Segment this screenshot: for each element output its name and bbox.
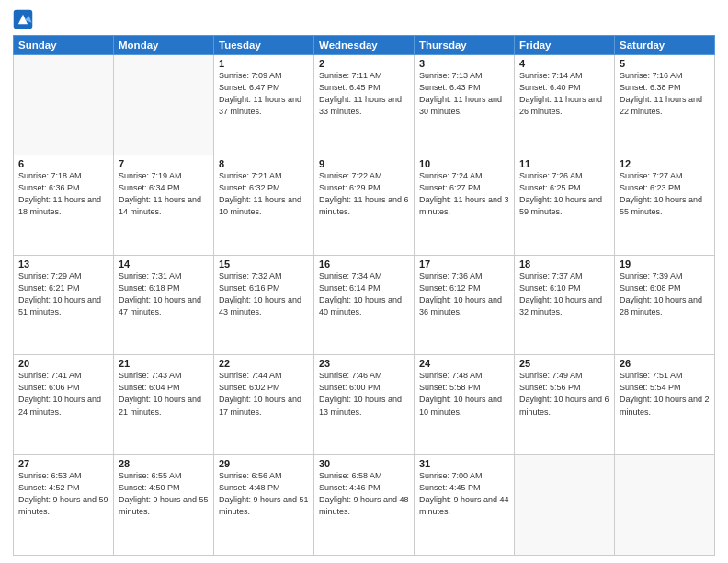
calendar-cell: 17Sunrise: 7:36 AM Sunset: 6:12 PM Dayli…	[415, 255, 515, 355]
calendar-cell: 3Sunrise: 7:13 AM Sunset: 6:43 PM Daylig…	[415, 55, 515, 155]
weekday-friday: Friday	[515, 36, 615, 55]
weekday-header-row: SundayMondayTuesdayWednesdayThursdayFrid…	[14, 36, 715, 55]
calendar-week-1: 6Sunrise: 7:18 AM Sunset: 6:36 PM Daylig…	[14, 155, 715, 255]
calendar-cell: 24Sunrise: 7:48 AM Sunset: 5:58 PM Dayli…	[415, 355, 515, 455]
calendar-cell: 21Sunrise: 7:43 AM Sunset: 6:04 PM Dayli…	[114, 355, 214, 455]
day-detail: Sunrise: 7:37 AM Sunset: 6:10 PM Dayligh…	[519, 270, 609, 318]
calendar-header: SundayMondayTuesdayWednesdayThursdayFrid…	[14, 36, 715, 55]
day-number: 5	[620, 58, 710, 69]
logo-icon	[13, 9, 33, 29]
day-detail: Sunrise: 7:34 AM Sunset: 6:14 PM Dayligh…	[319, 270, 409, 318]
day-number: 31	[419, 458, 509, 469]
calendar-cell: 8Sunrise: 7:21 AM Sunset: 6:32 PM Daylig…	[214, 155, 314, 255]
day-detail: Sunrise: 7:51 AM Sunset: 5:54 PM Dayligh…	[620, 370, 710, 418]
calendar-cell: 10Sunrise: 7:24 AM Sunset: 6:27 PM Dayli…	[415, 155, 515, 255]
weekday-monday: Monday	[114, 36, 214, 55]
day-detail: Sunrise: 7:32 AM Sunset: 6:16 PM Dayligh…	[219, 270, 309, 318]
day-number: 29	[219, 458, 309, 469]
day-detail: Sunrise: 6:53 AM Sunset: 4:52 PM Dayligh…	[18, 470, 108, 518]
day-detail: Sunrise: 7:13 AM Sunset: 6:43 PM Dayligh…	[419, 70, 509, 118]
day-number: 14	[119, 259, 209, 270]
day-detail: Sunrise: 7:09 AM Sunset: 6:47 PM Dayligh…	[219, 70, 309, 118]
day-number: 2	[319, 58, 409, 69]
logo	[13, 9, 35, 29]
calendar-week-0: 1Sunrise: 7:09 AM Sunset: 6:47 PM Daylig…	[14, 55, 715, 155]
day-number: 18	[519, 259, 609, 270]
page-header	[13, 9, 715, 29]
day-number: 13	[18, 259, 108, 270]
calendar-cell: 5Sunrise: 7:16 AM Sunset: 6:38 PM Daylig…	[615, 55, 715, 155]
calendar-cell	[515, 455, 615, 556]
day-number: 8	[219, 158, 309, 169]
day-detail: Sunrise: 7:29 AM Sunset: 6:21 PM Dayligh…	[18, 270, 108, 318]
day-detail: Sunrise: 7:31 AM Sunset: 6:18 PM Dayligh…	[119, 270, 209, 318]
calendar-cell: 4Sunrise: 7:14 AM Sunset: 6:40 PM Daylig…	[515, 55, 615, 155]
calendar-cell: 6Sunrise: 7:18 AM Sunset: 6:36 PM Daylig…	[14, 155, 114, 255]
day-number: 30	[319, 458, 409, 469]
day-detail: Sunrise: 7:21 AM Sunset: 6:32 PM Dayligh…	[219, 170, 309, 218]
calendar-cell: 22Sunrise: 7:44 AM Sunset: 6:02 PM Dayli…	[214, 355, 314, 455]
calendar-cell: 9Sunrise: 7:22 AM Sunset: 6:29 PM Daylig…	[314, 155, 415, 255]
day-number: 28	[119, 458, 209, 469]
calendar-cell: 19Sunrise: 7:39 AM Sunset: 6:08 PM Dayli…	[615, 255, 715, 355]
day-number: 7	[119, 158, 209, 169]
day-detail: Sunrise: 7:19 AM Sunset: 6:34 PM Dayligh…	[119, 170, 209, 218]
calendar-cell: 27Sunrise: 6:53 AM Sunset: 4:52 PM Dayli…	[14, 455, 114, 556]
calendar-cell: 29Sunrise: 6:56 AM Sunset: 4:48 PM Dayli…	[214, 455, 314, 556]
calendar-cell: 26Sunrise: 7:51 AM Sunset: 5:54 PM Dayli…	[615, 355, 715, 455]
day-detail: Sunrise: 7:22 AM Sunset: 6:29 PM Dayligh…	[319, 170, 409, 218]
day-number: 23	[319, 358, 409, 369]
day-number: 26	[620, 358, 710, 369]
day-number: 20	[18, 358, 108, 369]
calendar-cell: 1Sunrise: 7:09 AM Sunset: 6:47 PM Daylig…	[214, 55, 314, 155]
day-detail: Sunrise: 7:24 AM Sunset: 6:27 PM Dayligh…	[419, 170, 509, 218]
day-number: 21	[119, 358, 209, 369]
calendar-cell: 11Sunrise: 7:26 AM Sunset: 6:25 PM Dayli…	[515, 155, 615, 255]
calendar-cell: 14Sunrise: 7:31 AM Sunset: 6:18 PM Dayli…	[114, 255, 214, 355]
day-detail: Sunrise: 7:11 AM Sunset: 6:45 PM Dayligh…	[319, 70, 409, 118]
day-number: 16	[319, 259, 409, 270]
calendar-cell: 16Sunrise: 7:34 AM Sunset: 6:14 PM Dayli…	[314, 255, 415, 355]
day-detail: Sunrise: 7:16 AM Sunset: 6:38 PM Dayligh…	[620, 70, 710, 118]
day-detail: Sunrise: 7:39 AM Sunset: 6:08 PM Dayligh…	[620, 270, 710, 318]
calendar-cell: 13Sunrise: 7:29 AM Sunset: 6:21 PM Dayli…	[14, 255, 114, 355]
calendar-cell: 31Sunrise: 7:00 AM Sunset: 4:45 PM Dayli…	[415, 455, 515, 556]
calendar-cell: 30Sunrise: 6:58 AM Sunset: 4:46 PM Dayli…	[314, 455, 415, 556]
day-number: 6	[18, 158, 108, 169]
day-detail: Sunrise: 7:26 AM Sunset: 6:25 PM Dayligh…	[519, 170, 609, 218]
day-number: 19	[620, 259, 710, 270]
day-detail: Sunrise: 7:18 AM Sunset: 6:36 PM Dayligh…	[18, 170, 108, 218]
calendar-cell	[14, 55, 114, 155]
day-detail: Sunrise: 7:00 AM Sunset: 4:45 PM Dayligh…	[419, 470, 509, 518]
calendar-week-2: 13Sunrise: 7:29 AM Sunset: 6:21 PM Dayli…	[14, 255, 715, 355]
day-number: 11	[519, 158, 609, 169]
calendar-cell	[615, 455, 715, 556]
day-number: 25	[519, 358, 609, 369]
calendar-cell: 23Sunrise: 7:46 AM Sunset: 6:00 PM Dayli…	[314, 355, 415, 455]
day-number: 17	[419, 259, 509, 270]
day-detail: Sunrise: 7:46 AM Sunset: 6:00 PM Dayligh…	[319, 370, 409, 418]
weekday-thursday: Thursday	[415, 36, 515, 55]
calendar-cell: 15Sunrise: 7:32 AM Sunset: 6:16 PM Dayli…	[214, 255, 314, 355]
calendar-cell: 28Sunrise: 6:55 AM Sunset: 4:50 PM Dayli…	[114, 455, 214, 556]
calendar-cell: 2Sunrise: 7:11 AM Sunset: 6:45 PM Daylig…	[314, 55, 415, 155]
day-number: 3	[419, 58, 509, 69]
day-number: 4	[519, 58, 609, 69]
day-detail: Sunrise: 7:14 AM Sunset: 6:40 PM Dayligh…	[519, 70, 609, 118]
day-number: 10	[419, 158, 509, 169]
calendar-cell: 25Sunrise: 7:49 AM Sunset: 5:56 PM Dayli…	[515, 355, 615, 455]
day-detail: Sunrise: 6:56 AM Sunset: 4:48 PM Dayligh…	[219, 470, 309, 518]
day-detail: Sunrise: 7:36 AM Sunset: 6:12 PM Dayligh…	[419, 270, 509, 318]
day-detail: Sunrise: 6:55 AM Sunset: 4:50 PM Dayligh…	[119, 470, 209, 518]
weekday-wednesday: Wednesday	[314, 36, 415, 55]
weekday-saturday: Saturday	[615, 36, 715, 55]
day-detail: Sunrise: 7:49 AM Sunset: 5:56 PM Dayligh…	[519, 370, 609, 418]
day-number: 24	[419, 358, 509, 369]
calendar-cell	[114, 55, 214, 155]
day-number: 15	[219, 259, 309, 270]
day-detail: Sunrise: 7:41 AM Sunset: 6:06 PM Dayligh…	[18, 370, 108, 418]
day-detail: Sunrise: 7:44 AM Sunset: 6:02 PM Dayligh…	[219, 370, 309, 418]
calendar-table: SundayMondayTuesdayWednesdayThursdayFrid…	[13, 35, 715, 556]
calendar-cell: 20Sunrise: 7:41 AM Sunset: 6:06 PM Dayli…	[14, 355, 114, 455]
day-number: 12	[620, 158, 710, 169]
